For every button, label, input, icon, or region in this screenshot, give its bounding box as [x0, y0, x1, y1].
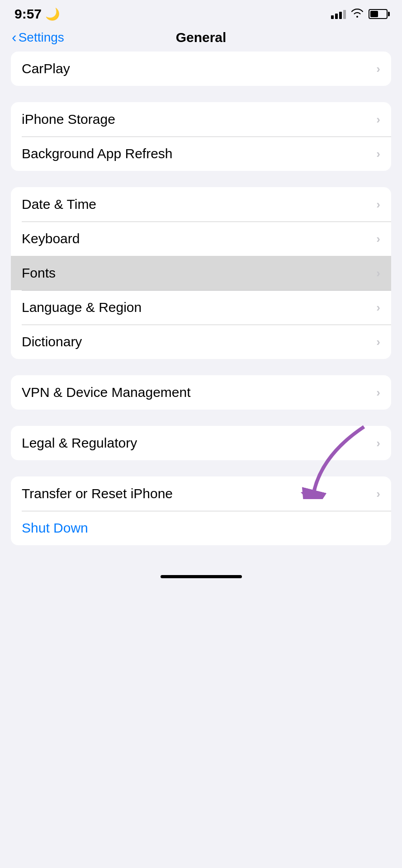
carplay-group: CarPlay ›	[11, 52, 391, 86]
settings-row-language-region[interactable]: Language & Region ›	[11, 290, 391, 325]
status-time: 9:57 🌙	[14, 6, 60, 22]
transfer-reset-label: Transfer or Reset iPhone	[22, 486, 173, 501]
legal-label: Legal & Regulatory	[22, 435, 137, 451]
back-chevron-icon: ‹	[12, 30, 17, 44]
chevron-right-icon: ›	[376, 198, 380, 212]
dictionary-label: Dictionary	[22, 334, 82, 349]
fonts-label: Fonts	[22, 265, 56, 281]
chevron-right-icon: ›	[376, 436, 380, 450]
vpn-label: VPN & Device Management	[22, 385, 191, 400]
settings-row-carplay[interactable]: CarPlay ›	[11, 52, 391, 86]
carplay-label: CarPlay	[22, 61, 70, 76]
language-region-label: Language & Region	[22, 300, 142, 315]
page-title: General	[176, 30, 227, 45]
chevron-right-icon: ›	[376, 266, 380, 280]
status-icons	[331, 8, 388, 20]
chevron-right-icon: ›	[376, 487, 380, 501]
battery-icon	[369, 9, 388, 19]
settings-row-background-app-refresh[interactable]: Background App Refresh ›	[11, 137, 391, 171]
moon-icon: 🌙	[45, 7, 60, 21]
chevron-right-icon: ›	[376, 232, 380, 246]
storage-group: iPhone Storage › Background App Refresh …	[11, 102, 391, 171]
reset-section: Transfer or Reset iPhone › Shut Down	[11, 476, 391, 545]
vpn-group: VPN & Device Management ›	[11, 375, 391, 410]
chevron-right-icon: ›	[376, 147, 380, 161]
iphone-storage-label: iPhone Storage	[22, 112, 115, 127]
background-app-refresh-label: Background App Refresh	[22, 146, 173, 161]
settings-content: CarPlay › iPhone Storage › Background Ap…	[0, 52, 402, 545]
chevron-right-icon: ›	[376, 113, 380, 127]
time-display: 9:57	[14, 6, 42, 22]
home-indicator	[161, 575, 242, 578]
status-bar: 9:57 🌙	[0, 0, 402, 25]
settings-row-legal[interactable]: Legal & Regulatory ›	[11, 426, 391, 460]
back-label: Settings	[19, 30, 64, 45]
signal-icon	[331, 9, 346, 19]
settings-row-fonts[interactable]: Fonts ›	[11, 256, 391, 290]
chevron-right-icon: ›	[376, 301, 380, 315]
chevron-right-icon: ›	[376, 386, 380, 400]
reset-group: Transfer or Reset iPhone › Shut Down	[11, 476, 391, 545]
locale-group: Date & Time › Keyboard › Fonts › Languag…	[11, 187, 391, 359]
chevron-right-icon: ›	[376, 62, 380, 76]
settings-row-vpn[interactable]: VPN & Device Management ›	[11, 375, 391, 410]
legal-group: Legal & Regulatory ›	[11, 426, 391, 460]
chevron-right-icon: ›	[376, 335, 380, 349]
settings-row-date-time[interactable]: Date & Time ›	[11, 187, 391, 222]
wifi-icon	[350, 8, 364, 20]
settings-row-dictionary[interactable]: Dictionary ›	[11, 325, 391, 359]
back-button[interactable]: ‹ Settings	[12, 30, 64, 45]
navigation-bar: ‹ Settings General	[0, 25, 402, 52]
settings-row-transfer-reset[interactable]: Transfer or Reset iPhone ›	[11, 476, 391, 511]
settings-row-shut-down[interactable]: Shut Down	[11, 511, 391, 545]
settings-row-iphone-storage[interactable]: iPhone Storage ›	[11, 102, 391, 137]
shut-down-label: Shut Down	[22, 520, 88, 536]
settings-row-keyboard[interactable]: Keyboard ›	[11, 222, 391, 256]
date-time-label: Date & Time	[22, 197, 96, 212]
keyboard-label: Keyboard	[22, 231, 80, 246]
home-indicator-area	[0, 561, 402, 587]
